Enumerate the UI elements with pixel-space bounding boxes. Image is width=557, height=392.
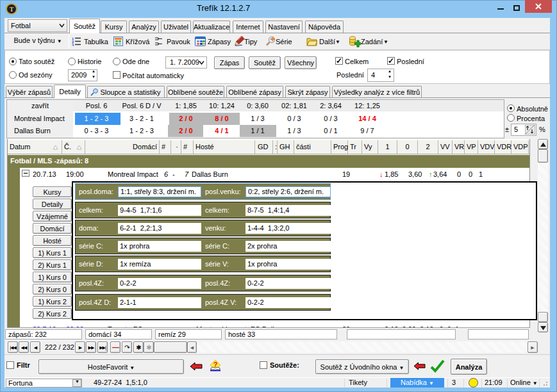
- svg-text:T: T: [10, 6, 14, 13]
- svg-text:?: ?: [213, 361, 218, 368]
- svg-text:3: 3: [72, 44, 74, 47]
